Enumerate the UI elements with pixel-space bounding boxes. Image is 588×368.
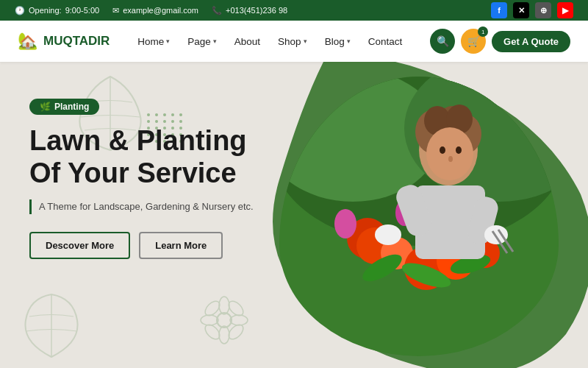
svg-point-35 [440,146,445,154]
nav-contact[interactable]: Contact [361,32,410,52]
navbar: 🏡 MUQTADIR Home ▾ Page ▾ About Shop ▾ Bl… [0,21,588,62]
youtube-icon[interactable]: ▶ [557,2,573,18]
svg-point-41 [375,224,401,245]
hero-section: 🌿 Planting Lawn & Planting Of Your Servi… [0,62,588,368]
svg-point-37 [448,156,453,162]
email-text: example@gmail.com [123,6,198,15]
badge-text: Planting [54,102,89,112]
clock-icon: 🕐 [15,6,25,15]
chevron-down-icon: ▾ [304,38,307,45]
hero-buttons: Descover More Learn More [29,232,254,259]
nav-actions: 🔍 🛒 1 Get A Quote [430,29,570,54]
top-bar: 🕐 Opening: 9:00-5:00 ✉ example@gmail.com… [0,0,588,21]
learn-more-button[interactable]: Learn More [139,232,223,259]
hero-title-line2: Of Your Service [29,158,237,188]
svg-point-0 [217,313,232,328]
svg-point-36 [456,146,462,154]
chevron-down-icon: ▾ [347,38,351,45]
logo-icon: 🏡 [18,32,37,51]
svg-point-23 [334,209,356,238]
nav-about[interactable]: About [227,32,268,52]
phone-icon: 📞 [212,6,222,15]
nav-page[interactable]: Page ▾ [180,32,224,52]
social-links: f ✕ ⊕ ▶ [491,2,573,18]
phone-text: +013(451)236 98 [226,6,287,15]
cart-button[interactable]: 🛒 1 [461,29,486,54]
opening-hours-item: 🕐 Opening: 9:00-5:00 [15,6,99,15]
cart-badge: 1 [478,26,488,37]
nav-links: Home ▾ Page ▾ About Shop ▾ Blog ▾ Contac… [130,32,409,52]
chevron-down-icon: ▾ [213,38,217,45]
logo-text: MUQTADIR [43,34,110,49]
phone-item: 📞 +013(451)236 98 [212,6,287,15]
hero-content: 🌿 Planting Lawn & Planting Of Your Servi… [29,99,254,259]
svg-point-1 [219,297,229,314]
nav-blog[interactable]: Blog ▾ [318,32,358,52]
svg-point-34 [426,127,473,180]
hero-subtitle: A Theme for Landscape, Gardening & Nurse… [29,199,254,214]
hero-image [279,77,559,356]
chevron-down-icon: ▾ [166,38,170,45]
nav-home[interactable]: Home ▾ [130,32,177,52]
email-item: ✉ example@gmail.com [112,6,198,15]
leaf-badge-icon: 🌿 [40,102,51,112]
badge: 🌿 Planting [29,99,99,115]
opening-hours: 9:00-5:00 [65,6,99,15]
flower-decoration [198,294,250,346]
logo[interactable]: 🏡 MUQTADIR [18,32,110,51]
envelope-icon: ✉ [112,6,119,15]
nav-shop[interactable]: Shop ▾ [270,32,315,52]
facebook-icon[interactable]: f [491,2,507,18]
twitter-x-icon[interactable]: ✕ [513,2,529,18]
opening-label: Opening: [29,6,62,15]
svg-point-3 [201,315,218,325]
globe-icon[interactable]: ⊕ [535,2,551,18]
get-quote-button[interactable]: Get A Quote [492,31,570,52]
search-button[interactable]: 🔍 [430,29,455,54]
svg-point-4 [230,315,248,325]
svg-point-2 [219,326,229,344]
discover-more-button[interactable]: Descover More [29,232,130,259]
hero-title: Lawn & Planting Of Your Service [29,125,254,189]
leaf-bottom-left-decoration [15,291,88,364]
top-bar-left: 🕐 Opening: 9:00-5:00 ✉ example@gmail.com… [15,6,287,15]
hero-title-line1: Lawn & Planting [29,125,247,156]
